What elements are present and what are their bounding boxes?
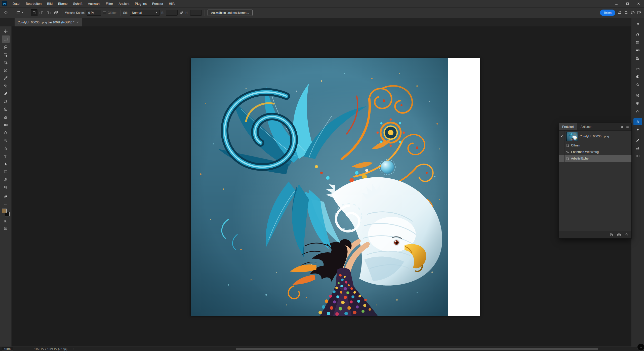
panel-icon-histogram[interactable] [633, 145, 642, 152]
help-bubble[interactable] [637, 343, 644, 351]
panel-icon-swatches[interactable] [633, 39, 642, 46]
intersect-selection-button[interactable] [53, 9, 59, 16]
menu-fenster[interactable]: Fenster [149, 0, 166, 7]
tool-crop[interactable] [2, 59, 10, 66]
tool-frame[interactable] [2, 67, 10, 74]
tool-pen[interactable] [2, 145, 10, 152]
link-dimensions-icon[interactable] [179, 11, 184, 15]
history-source-well[interactable] [559, 142, 565, 149]
panel-icon-color[interactable] [633, 31, 642, 38]
horizontal-scrollbar-thumb[interactable] [236, 348, 598, 350]
status-menu-chevron-icon[interactable] [72, 348, 74, 350]
delete-state-trash-icon[interactable] [625, 233, 628, 237]
minimize-button[interactable] [611, 0, 622, 7]
tool-move[interactable] [2, 28, 10, 35]
help-icon[interactable] [631, 11, 635, 15]
edit-toolbar-button[interactable] [3, 201, 9, 207]
canvas-artwork [191, 58, 448, 316]
foreground-color-swatch[interactable] [2, 209, 7, 213]
tool-path-selection[interactable] [2, 160, 10, 168]
subtract-selection-button[interactable] [45, 9, 52, 16]
panel-tab-aktionen[interactable]: Aktionen [577, 123, 596, 130]
tool-shape[interactable] [2, 168, 10, 175]
tool-clone-stamp[interactable] [2, 98, 10, 105]
tool-rectangular-marquee[interactable] [2, 35, 10, 43]
menu-plug-ins[interactable]: Plug-ins [132, 0, 149, 7]
screen-mode-button[interactable] [3, 225, 9, 231]
tool-spot-healing[interactable] [2, 82, 10, 90]
tool-hand[interactable] [2, 176, 10, 183]
panel-icon-layers[interactable] [633, 92, 642, 99]
tool-object-selection[interactable] [2, 51, 10, 58]
new-snapshot-camera-icon[interactable] [617, 233, 621, 237]
tool-eyedropper[interactable] [2, 74, 10, 82]
tool-dodge[interactable] [2, 137, 10, 144]
notifications-bell-icon[interactable] [618, 11, 622, 15]
panel-icon-actions[interactable] [633, 126, 642, 133]
share-button[interactable]: Teilen [600, 10, 615, 16]
width-input[interactable] [166, 10, 178, 16]
panel-icon-paths[interactable] [633, 107, 642, 114]
panel-icon-libraries[interactable] [633, 65, 642, 72]
history-snapshot-row[interactable]: ComfyUI_00030_.png [559, 131, 631, 142]
menu-datei[interactable]: Datei [10, 0, 23, 7]
panel-icon-adjustments[interactable] [633, 73, 642, 80]
style-dropdown[interactable]: Normal [130, 10, 160, 16]
history-source-well[interactable] [559, 155, 565, 162]
history-item[interactable]: Öffnen [559, 142, 631, 149]
snapshot-thumbnail[interactable] [566, 132, 578, 141]
maximize-button[interactable] [622, 0, 633, 7]
tool-lasso[interactable] [2, 43, 10, 51]
document-canvas[interactable] [191, 58, 480, 316]
add-selection-button[interactable] [38, 9, 45, 16]
panel-menu-icon[interactable] [626, 125, 629, 129]
menu-bild[interactable]: Bild [44, 0, 55, 7]
canvas-area[interactable] [12, 26, 631, 346]
height-input[interactable] [190, 10, 202, 16]
antialias-checkbox[interactable] [103, 11, 106, 14]
menu-filter[interactable]: Filter [103, 0, 116, 7]
tool-type[interactable] [2, 152, 10, 160]
tool-gradient[interactable] [2, 121, 10, 129]
menu-hilfe[interactable]: Hilfe [166, 0, 178, 7]
workspace-switcher-icon[interactable] [637, 11, 641, 15]
tool-brush[interactable] [2, 90, 10, 97]
new-selection-button[interactable] [31, 9, 37, 16]
panel-tab-protokoll[interactable]: Protokoll [559, 123, 577, 130]
menu-ebene[interactable]: Ebene [55, 0, 70, 7]
history-brush-source-well[interactable] [559, 131, 565, 142]
menu-bearbeiten[interactable]: Bearbeiten [23, 0, 44, 7]
tool-zoom[interactable] [2, 184, 10, 191]
collapse-panel-icon[interactable] [620, 125, 624, 129]
home-button[interactable] [3, 9, 9, 16]
panel-icon-history[interactable] [633, 118, 642, 125]
close-button[interactable] [633, 0, 644, 7]
tool-history-brush[interactable] [2, 106, 10, 113]
history-item[interactable]: Entfernen-Werkzeug [559, 149, 631, 155]
menu-ansicht[interactable]: Ansicht [116, 0, 132, 7]
tool-blur[interactable] [2, 129, 10, 136]
history-item[interactable]: Arbeitsfläche [559, 155, 631, 162]
panel-icon-navigator[interactable] [633, 152, 642, 160]
search-icon[interactable] [624, 11, 628, 15]
quick-mask-button[interactable] [3, 218, 9, 224]
menu-schrift[interactable]: Schrift [70, 0, 85, 7]
color-swatches[interactable] [2, 209, 10, 216]
history-source-well[interactable] [559, 149, 565, 155]
panel-icon-channels[interactable] [633, 100, 642, 107]
new-document-from-state-icon[interactable] [610, 233, 613, 237]
panel-icon-patterns[interactable] [633, 55, 642, 62]
tool-eraser[interactable] [2, 113, 10, 121]
tool-preset-picker[interactable] [15, 10, 25, 16]
menu-auswahl[interactable]: Auswahl [85, 0, 103, 7]
select-and-mask-button[interactable]: Auswählen und maskieren... [208, 10, 253, 16]
panel-icon-gradients[interactable] [633, 47, 642, 54]
zoom-level-field[interactable]: 100% [2, 347, 13, 351]
default-colors-icon[interactable] [3, 194, 9, 200]
panel-icon-collapse[interactable] [633, 20, 642, 27]
panel-icon-brushes[interactable] [633, 137, 642, 144]
close-tab-icon[interactable] [77, 21, 79, 23]
panel-icon-styles[interactable] [633, 81, 642, 88]
document-tab[interactable]: ComfyUI_00030_.png bei 100% (RGB/8) * [15, 18, 82, 26]
feather-input[interactable] [87, 10, 101, 16]
